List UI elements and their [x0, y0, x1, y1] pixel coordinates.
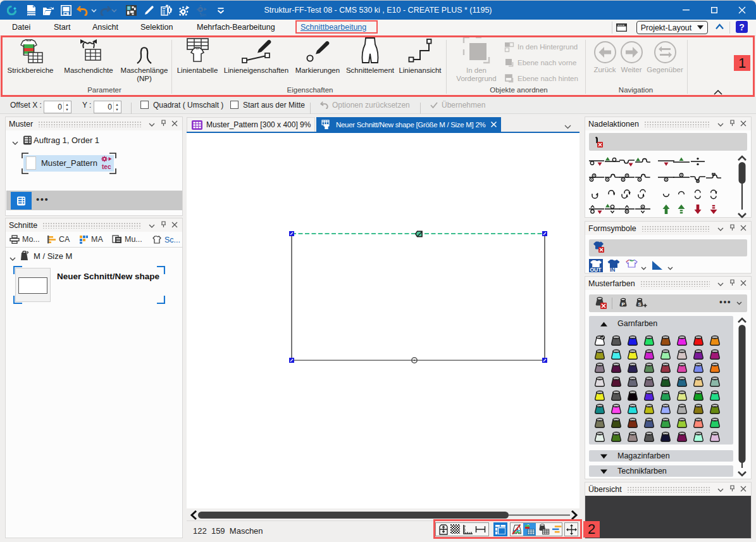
- svg-text:S: S: [638, 301, 642, 307]
- svg-text:IN: IN: [610, 267, 616, 272]
- svg-text:OUT: OUT: [590, 267, 602, 272]
- svg-text:P: P: [622, 301, 626, 307]
